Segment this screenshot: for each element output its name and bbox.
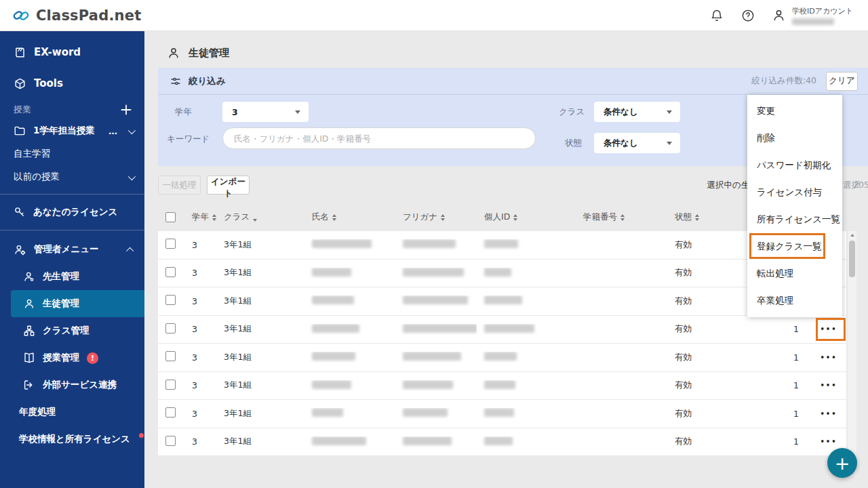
cell-class: 3年1組 — [216, 267, 304, 279]
external-link-icon — [23, 379, 35, 391]
row-checkbox[interactable] — [165, 380, 176, 390]
external-services-label: 外部サービス連携 — [43, 379, 117, 391]
cell-personal-id-redacted — [477, 436, 576, 447]
clear-filter-button[interactable]: クリア — [826, 72, 858, 91]
row-checkbox[interactable] — [165, 351, 176, 361]
previous-lessons-chevron-down-icon — [128, 171, 134, 182]
table-body: 33年1組有効1•••33年1組有効1•••33年1組有効1•••33年1組有効… — [158, 231, 846, 456]
row-checkbox[interactable] — [165, 295, 176, 305]
sidebar-item-class-management[interactable]: クラス管理 — [0, 317, 144, 344]
sidebar-item-admin-menu[interactable]: 管理者メニュー — [0, 236, 144, 263]
sidebar-item-external-services[interactable]: 外部サービス連携 — [0, 371, 144, 399]
cell-kana-redacted — [395, 296, 477, 306]
key-icon — [14, 206, 26, 218]
context-menu-item[interactable]: 卒業処理 — [747, 287, 842, 314]
add-student-fab-button[interactable]: + — [827, 448, 857, 478]
notification-bell-icon[interactable] — [709, 8, 724, 23]
cell-grade: 3 — [184, 268, 216, 278]
table-vertical-scrollbar[interactable] — [848, 231, 856, 476]
cell-name-redacted — [304, 324, 395, 335]
context-menu-item[interactable]: ライセンス付与 — [747, 179, 842, 206]
user-avatar-icon — [772, 8, 787, 23]
sort-icon — [332, 214, 336, 221]
folder-chevron-down-icon[interactable] — [128, 125, 134, 136]
student-table: 学年 クラス 氏名 フリガナ 個人ID 学籍番号 — [158, 203, 846, 482]
class-select[interactable]: 条件なし — [594, 102, 680, 122]
row-checkbox[interactable] — [165, 323, 176, 333]
folder-more-icon[interactable]: … — [108, 125, 119, 136]
column-header-kana[interactable]: フリガナ — [395, 211, 477, 223]
column-header-class[interactable]: クラス — [216, 211, 304, 223]
cell-grade: 3 — [184, 296, 216, 306]
account-menu[interactable]: 学校IDアカウント — [772, 6, 853, 25]
cell-name-redacted — [304, 408, 395, 419]
class-select-value: 条件なし — [604, 106, 638, 118]
scroll-up-arrow-icon[interactable] — [848, 231, 856, 239]
student-management-label: 生徒管理 — [43, 298, 79, 310]
import-button[interactable]: インポート — [207, 176, 250, 195]
row-checkbox[interactable] — [165, 407, 176, 418]
column-header-grade[interactable]: 学年 — [184, 211, 216, 223]
context-menu-item[interactable]: 登録クラス一覧 — [747, 233, 842, 260]
sidebar-divider — [0, 230, 144, 230]
help-icon[interactable] — [741, 8, 755, 23]
class-label: クラス — [559, 106, 585, 118]
cell-status: 有効 — [667, 408, 762, 420]
cell-name-redacted — [304, 239, 395, 250]
row-actions-kebab-button[interactable]: ••• — [820, 410, 837, 418]
sidebar-item-self-study[interactable]: 自主学習 — [0, 142, 144, 165]
sidebar-item-year-processing[interactable]: 年度処理 — [0, 399, 144, 426]
row-actions-kebab-button[interactable]: ••• — [820, 438, 837, 445]
row-actions-context-menu: 変更削除パスワード初期化ライセンス付与所有ライセンス一覧登録クラス一覧転出処理卒… — [747, 95, 842, 317]
sidebar-item-teacher-management[interactable]: 先生管理 — [0, 263, 144, 290]
add-lesson-plus-icon[interactable] — [120, 104, 132, 116]
admin-menu-chevron-up-icon — [128, 244, 134, 255]
select-all-checkbox[interactable] — [165, 212, 176, 222]
keyword-label: キーワード — [167, 134, 210, 145]
top-bar: ClassPad.net 学校IDアカウント — [0, 0, 868, 31]
account-type-label: 学校IDアカウント — [792, 6, 853, 16]
row-actions-kebab-button[interactable]: ••• — [820, 354, 837, 361]
context-menu-item[interactable]: 変更 — [747, 98, 842, 125]
sidebar-item-student-management[interactable]: 生徒管理 — [11, 290, 144, 317]
table-row: 33年1組有効1••• — [158, 316, 846, 344]
row-checkbox[interactable] — [165, 239, 176, 249]
status-select[interactable]: 条件なし — [594, 133, 680, 153]
cell-personal-id-redacted — [477, 408, 576, 419]
keyword-search-input[interactable] — [222, 127, 536, 149]
sidebar-item-school-info-licenses[interactable]: 学校情報と所有ライセンス — [0, 426, 144, 453]
context-menu-item[interactable]: パスワード初期化 — [747, 152, 842, 179]
classpad-logo[interactable]: ClassPad.net — [12, 7, 141, 24]
bulk-action-button[interactable]: 一括処理 — [158, 176, 201, 195]
sidebar-item-previous-lessons[interactable]: 以前の授業 — [0, 165, 144, 188]
column-header-student-number[interactable]: 学籍番号 — [576, 211, 667, 223]
scrollbar-thumb[interactable] — [849, 241, 855, 277]
account-id-redacted — [792, 18, 834, 25]
context-menu-item[interactable]: 所有ライセンス一覧 — [747, 206, 842, 233]
cell-kana-redacted — [395, 408, 477, 419]
cell-class: 3年1組 — [216, 323, 304, 335]
row-checkbox[interactable] — [165, 436, 176, 446]
context-menu-item[interactable]: 削除 — [747, 125, 842, 152]
column-header-personal-id[interactable]: 個人ID — [477, 211, 576, 223]
lesson-management-label: 授業管理 — [43, 352, 79, 364]
row-checkbox[interactable] — [165, 267, 176, 277]
sidebar-item-lesson-management[interactable]: 授業管理 ! — [0, 344, 144, 371]
column-header-name[interactable]: 氏名 — [304, 211, 395, 223]
sidebar-tools-label: Tools — [34, 77, 63, 89]
sidebar-item-lesson-folder[interactable]: 1学年担当授業 … — [0, 119, 144, 142]
row-actions-kebab-button[interactable]: ••• — [820, 325, 837, 333]
status-label: 状態 — [565, 138, 582, 149]
grade-select[interactable]: 3 — [222, 102, 309, 122]
sort-icon — [620, 214, 625, 221]
cell-status: 有効 — [667, 323, 762, 335]
row-actions-kebab-button[interactable]: ••• — [820, 382, 837, 389]
sidebar-item-your-license[interactable]: あなたのライセンス — [0, 200, 144, 224]
sidebar-item-tools[interactable]: Tools — [0, 73, 144, 94]
filter-header: 絞り込み 絞り込み件数:40 クリア — [158, 68, 868, 95]
context-menu-item[interactable]: 転出処理 — [747, 260, 842, 287]
chevron-down-icon — [667, 110, 672, 114]
alert-badge-icon: ! — [87, 352, 98, 364]
sidebar-item-ex-word[interactable]: EX-word — [0, 42, 144, 62]
previous-lessons-label: 以前の授業 — [14, 171, 60, 183]
